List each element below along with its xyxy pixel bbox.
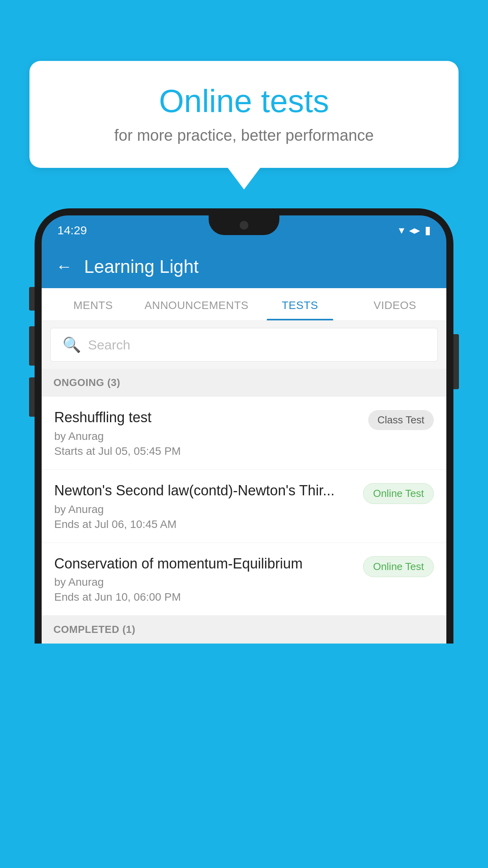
test-date-newtons: Ends at Jul 06, 10:45 AM — [54, 518, 355, 531]
signal-icon: ◂▸ — [409, 224, 420, 237]
status-time: 14:29 — [57, 224, 87, 237]
search-bar[interactable]: 🔍 Search — [50, 328, 438, 362]
test-author-newtons: by Anurag — [54, 503, 355, 516]
tabs-bar: MENTS ANNOUNCEMENTS TESTS VIDEOS — [42, 288, 446, 321]
notch — [209, 215, 279, 235]
test-name-conservation: Conservation of momentum-Equilibrium — [54, 555, 355, 573]
bubble-title: Online tests — [53, 83, 435, 120]
volume-button-3 — [29, 377, 35, 417]
status-icons: ▾ ◂▸ ▮ — [399, 224, 431, 237]
test-badge-reshuffling: Class Test — [368, 410, 434, 430]
test-badge-conservation: Online Test — [363, 556, 434, 577]
back-button[interactable]: ← — [56, 257, 72, 276]
test-badge-newtons: Online Test — [363, 483, 434, 504]
phone-device: 14:29 ▾ ◂▸ ▮ ← Learning Light MENTS ANNO… — [35, 208, 453, 868]
test-item-newtons[interactable]: Newton's Second law(contd)-Newton's Thir… — [42, 470, 446, 543]
test-info-conservation: Conservation of momentum-Equilibrium by … — [54, 555, 355, 604]
test-author-conservation: by Anurag — [54, 576, 355, 588]
test-date-conservation: Ends at Jun 10, 06:00 PM — [54, 591, 355, 603]
power-button — [453, 334, 459, 389]
test-name-reshuffling: Reshuffling test — [54, 408, 360, 427]
tab-videos[interactable]: VIDEOS — [347, 288, 442, 320]
speech-bubble: Online tests for more practice, better p… — [29, 61, 459, 168]
camera — [240, 221, 248, 230]
test-name-newtons: Newton's Second law(contd)-Newton's Thir… — [54, 482, 355, 500]
search-container: 🔍 Search — [42, 321, 446, 369]
search-icon: 🔍 — [62, 336, 81, 353]
wifi-icon: ▾ — [399, 224, 404, 237]
app-header: ← Learning Light — [42, 245, 446, 288]
completed-section-header: COMPLETED (1) — [42, 616, 446, 644]
tab-ments[interactable]: MENTS — [46, 288, 141, 320]
test-item-conservation[interactable]: Conservation of momentum-Equilibrium by … — [42, 543, 446, 616]
bubble-subtitle: for more practice, better performance — [53, 127, 435, 144]
test-author-reshuffling: by Anurag — [54, 430, 360, 443]
status-bar: 14:29 ▾ ◂▸ ▮ — [42, 215, 446, 245]
app-title: Learning Light — [84, 256, 199, 277]
ongoing-section-header: ONGOING (3) — [42, 369, 446, 397]
volume-button-2 — [29, 326, 35, 366]
test-info-reshuffling: Reshuffling test by Anurag Starts at Jul… — [54, 408, 360, 458]
search-placeholder: Search — [88, 337, 130, 353]
tab-announcements[interactable]: ANNOUNCEMENTS — [141, 288, 253, 320]
test-info-newtons: Newton's Second law(contd)-Newton's Thir… — [54, 482, 355, 531]
tab-tests[interactable]: TESTS — [252, 288, 347, 320]
phone-outer: 14:29 ▾ ◂▸ ▮ ← Learning Light MENTS ANNO… — [35, 208, 453, 644]
tests-list: Reshuffling test by Anurag Starts at Jul… — [42, 397, 446, 616]
battery-icon: ▮ — [425, 224, 431, 237]
test-item-reshuffling[interactable]: Reshuffling test by Anurag Starts at Jul… — [42, 397, 446, 470]
phone-screen: ← Learning Light MENTS ANNOUNCEMENTS TES… — [42, 245, 446, 644]
test-date-reshuffling: Starts at Jul 05, 05:45 PM — [54, 445, 360, 458]
volume-button-1 — [29, 287, 35, 311]
